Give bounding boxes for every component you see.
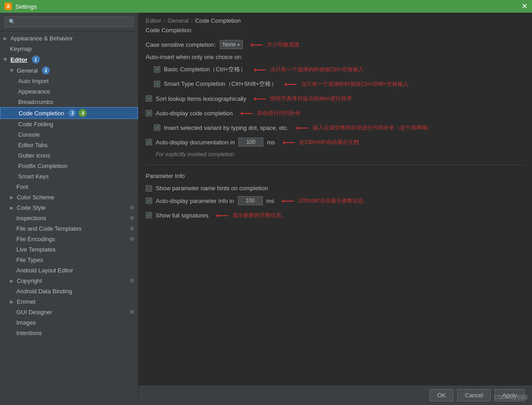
arrow-case-sensitive: ⟵ bbox=[250, 39, 263, 50]
case-sensitive-select[interactable]: None ▾ bbox=[220, 40, 243, 49]
sidebar-item-breadcrumbs[interactable]: Breadcrumbs bbox=[0, 97, 138, 107]
breadcrumb-sep-1: › bbox=[163, 17, 165, 24]
sidebar-item-font[interactable]: Font bbox=[0, 182, 138, 192]
sidebar-item-editor-tabs[interactable]: Editor Tabs bbox=[0, 140, 138, 150]
auto-display-checkbox[interactable] bbox=[146, 110, 152, 116]
sidebar-item-emmet[interactable]: ▶ Emmet bbox=[0, 296, 138, 307]
basic-completion-checkbox[interactable] bbox=[154, 66, 160, 73]
search-box bbox=[0, 13, 138, 31]
content-panel: Code Completion Case sensitive completio… bbox=[138, 27, 532, 385]
sidebar-item-keymap[interactable]: Keymap bbox=[0, 44, 138, 54]
sidebar-item-inspections[interactable]: Inspections ⚙ bbox=[0, 213, 138, 223]
watermark: CSDN @别闹' bbox=[494, 394, 528, 401]
sidebar-item-code-style[interactable]: ▶ Code Style ⚙ bbox=[0, 202, 138, 213]
app-icon: A bbox=[5, 3, 12, 10]
sidebar-item-file-types[interactable]: File Types bbox=[0, 255, 138, 265]
sidebar-item-images[interactable]: Images bbox=[0, 317, 138, 328]
sidebar-item-gutter-icons[interactable]: Gutter Icons bbox=[0, 150, 138, 161]
annotation-sort-lookup: 按照字典序对提示的Item进行排序 bbox=[270, 95, 351, 103]
arrow-auto-display-doc: ⟵ bbox=[282, 137, 296, 148]
dropdown-arrow: ▾ bbox=[237, 42, 240, 47]
breadcrumb-part-2: General bbox=[167, 17, 188, 24]
close-button[interactable]: ✕ bbox=[522, 3, 527, 10]
badge-4: 4 bbox=[79, 109, 87, 117]
basic-completion-label: Basic Completion（Ctrl+空格） bbox=[164, 65, 246, 74]
ok-button[interactable]: OK bbox=[429, 389, 453, 401]
annotation-basic-completion: 当只有一个选择的时候按Ctrl+空格输入 bbox=[270, 66, 364, 74]
auto-display-param-input[interactable]: 100 bbox=[238, 196, 263, 205]
auto-display-doc-checkbox[interactable] bbox=[146, 139, 152, 145]
annotation-auto-display: 自动进行代码补全 bbox=[257, 109, 300, 117]
breadcrumb-part-1: Editor bbox=[146, 17, 161, 24]
expand-arrow-copyright: ▶ bbox=[10, 278, 14, 283]
search-input[interactable] bbox=[5, 16, 133, 27]
sidebar-item-editor[interactable]: ▶ Editor 1 bbox=[0, 54, 138, 65]
auto-display-row: Auto-display code completion ⟵ 自动进行代码补全 bbox=[146, 108, 525, 119]
show-param-hints-checkbox[interactable] bbox=[146, 185, 152, 192]
sidebar-item-android-data-binding[interactable]: Android Data Binding bbox=[0, 286, 138, 296]
arrow-show-full-sig: ⟵ bbox=[216, 210, 229, 221]
annotation-insert-selected: 输入点或空格时自动进行代码补全（这个很棒哦） bbox=[313, 124, 433, 132]
sort-lookup-row: Sort lookup items lexicographically ⟵ 按照… bbox=[146, 93, 525, 104]
auto-insert-row: Auto-insert when only one choice on: bbox=[146, 54, 525, 60]
auto-display-param-unit: ms bbox=[266, 198, 274, 204]
sidebar-item-intentions[interactable]: Intentions bbox=[0, 328, 138, 338]
arrow-basic-completion: ⟵ bbox=[253, 64, 266, 75]
sidebar-item-auto-import[interactable]: Auto Import bbox=[0, 76, 138, 86]
arrow-auto-display: ⟵ bbox=[240, 108, 253, 119]
window-title: Settings bbox=[15, 3, 37, 10]
badge-2: 2 bbox=[42, 66, 50, 74]
sidebar-item-live-templates[interactable]: Live Templates bbox=[0, 244, 138, 255]
settings-icon-templates: ⚙ bbox=[130, 226, 134, 232]
insert-selected-label: Insert selected variant by typing dot, s… bbox=[164, 124, 289, 131]
smart-type-checkbox[interactable] bbox=[154, 81, 160, 87]
auto-display-doc-row: Auto-display documentation in 100 ms ⟵ 在… bbox=[146, 137, 525, 148]
annotation-auto-display-doc: 在100ms时自动展示文档 bbox=[299, 138, 359, 146]
auto-display-param-row: Auto-display parameter info in 100 ms ⟵ … bbox=[146, 195, 525, 206]
arrow-insert-selected: ⟵ bbox=[296, 122, 309, 133]
for-explicitly-hint: For explicitly invoked completion bbox=[146, 151, 525, 158]
sidebar-item-color-scheme[interactable]: ▶ Color Scheme bbox=[0, 192, 138, 202]
sidebar-item-file-code-templates[interactable]: File and Code Templates ⚙ bbox=[0, 223, 138, 234]
sidebar-item-appearance[interactable]: Appearance bbox=[0, 86, 138, 97]
sidebar: ▶ Appearance & Behavior Keymap ▶ Editor … bbox=[0, 13, 138, 405]
sidebar-item-file-encodings[interactable]: File Encodings ⚙ bbox=[0, 234, 138, 244]
sidebar-tree: ▶ Appearance & Behavior Keymap ▶ Editor … bbox=[0, 31, 138, 405]
case-sensitive-label: Case sensitive completion: bbox=[146, 41, 216, 48]
sidebar-item-gui-designer[interactable]: GUI Designer ⚙ bbox=[0, 307, 138, 317]
show-full-sig-checkbox[interactable] bbox=[146, 212, 152, 218]
section-title-code-completion: Code Completion bbox=[146, 27, 525, 34]
section-title-parameter-info: Parameter Info bbox=[146, 173, 525, 179]
auto-display-param-checkbox[interactable] bbox=[146, 198, 152, 204]
content-area: Editor › General › Code Completion Code … bbox=[138, 13, 532, 405]
show-param-hints-row: Show parameter name hints on completion bbox=[146, 185, 525, 192]
case-sensitive-value: None bbox=[223, 41, 236, 48]
insert-selected-checkbox[interactable] bbox=[154, 124, 160, 131]
sidebar-item-appearance-behavior[interactable]: ▶ Appearance & Behavior bbox=[0, 33, 138, 44]
auto-display-doc-unit: ms bbox=[267, 139, 275, 146]
sidebar-item-android-layout-editor[interactable]: Android Layout Editor bbox=[0, 265, 138, 276]
sidebar-item-code-folding[interactable]: Code Folding bbox=[0, 119, 138, 129]
settings-icon-inspections: ⚙ bbox=[130, 215, 134, 221]
breadcrumb-sep-2: › bbox=[191, 17, 193, 24]
sidebar-item-console[interactable]: Console bbox=[0, 129, 138, 140]
expand-arrow-color: ▶ bbox=[10, 195, 14, 200]
auto-insert-label: Auto-insert when only one choice on: bbox=[146, 54, 242, 60]
sidebar-item-code-completion[interactable]: Code Completion 3 4 bbox=[0, 107, 138, 119]
expand-arrow-general: ▶ bbox=[10, 69, 15, 72]
divider bbox=[146, 165, 525, 165]
show-full-sig-row: Show full signatures ⟵ 显示参数的完整信息. bbox=[146, 210, 525, 221]
auto-display-doc-input[interactable]: 100 bbox=[238, 138, 263, 147]
sidebar-item-smart-keys[interactable]: Smart Keys bbox=[0, 171, 138, 182]
settings-icon: ⚙ bbox=[130, 205, 134, 211]
case-sensitive-row: Case sensitive completion: None ▾ ⟵ 大小写敏… bbox=[146, 39, 525, 50]
expand-arrow-code-style: ▶ bbox=[10, 205, 14, 210]
sidebar-item-copyright[interactable]: ▶ Copyright ⚙ bbox=[0, 276, 138, 286]
breadcrumb-part-3: Code Completion bbox=[195, 17, 241, 24]
auto-display-param-label: Auto-display parameter info in bbox=[156, 198, 234, 204]
cancel-button[interactable]: Cancel bbox=[457, 389, 491, 401]
basic-completion-row: Basic Completion（Ctrl+空格） ⟵ 当只有一个选择的时候按C… bbox=[146, 64, 525, 75]
sidebar-item-postfix-completion[interactable]: Postfix Completion bbox=[0, 161, 138, 171]
sort-lookup-checkbox[interactable] bbox=[146, 95, 152, 102]
sidebar-item-general[interactable]: ▶ General 2 bbox=[0, 65, 138, 76]
